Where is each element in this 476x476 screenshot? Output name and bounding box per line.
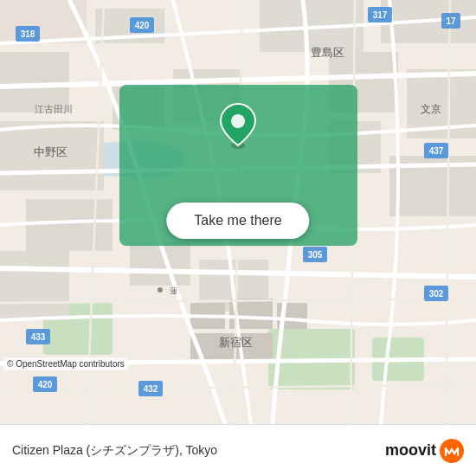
svg-text:420: 420 (38, 380, 53, 389)
svg-text:17: 17 (446, 16, 456, 26)
location-pin (219, 102, 257, 152)
svg-text:433: 433 (31, 332, 46, 342)
svg-text:420: 420 (135, 21, 150, 30)
osm-attribution: © OpenStreetMap contributors (3, 357, 128, 370)
map-container: 318 420 17 437 305 302 433 420 432 317 中… (0, 0, 476, 424)
svg-text:中野区: 中野区 (34, 145, 68, 158)
svg-text:江古田川: 江古田川 (35, 104, 73, 114)
svg-point-59 (158, 287, 163, 293)
svg-text:文京: 文京 (421, 103, 441, 115)
svg-point-62 (231, 114, 245, 128)
svg-text:318: 318 (21, 29, 35, 39)
svg-text:432: 432 (144, 384, 158, 394)
place-name: Citizen Plaza (シチズンプラザ), Tokyo (12, 443, 217, 459)
moovit-logo: moovit (385, 439, 464, 463)
svg-rect-11 (0, 251, 69, 320)
bottom-bar: Citizen Plaza (シチズンプラザ), Tokyo moovit (0, 424, 476, 476)
take-me-there-button[interactable]: Take me there (166, 203, 309, 239)
svg-text:317: 317 (373, 10, 388, 20)
svg-text:302: 302 (429, 289, 444, 299)
svg-rect-10 (26, 199, 113, 251)
svg-text:豊島区: 豊島区 (311, 46, 344, 59)
svg-text:437: 437 (429, 146, 444, 156)
svg-text:蓮: 蓮 (170, 286, 177, 295)
svg-text:305: 305 (308, 250, 323, 260)
svg-text:新宿区: 新宿区 (219, 336, 253, 349)
moovit-logo-icon (440, 439, 464, 463)
moovit-logo-text: moovit (385, 441, 436, 460)
